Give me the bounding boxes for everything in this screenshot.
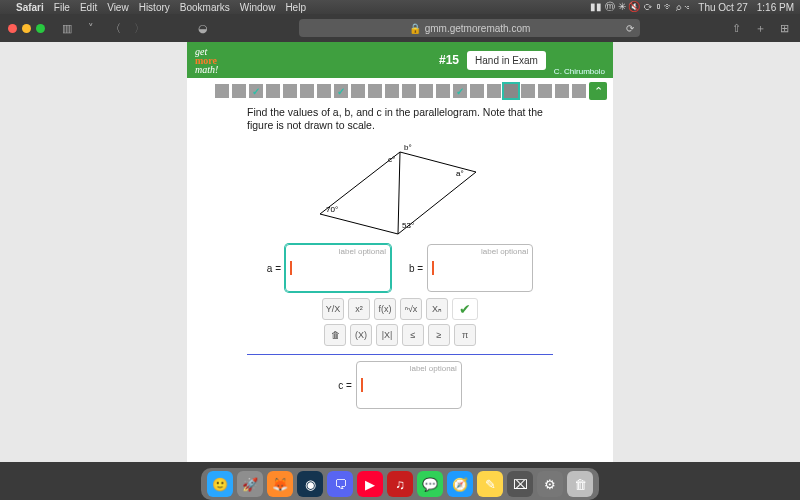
chevron-down-icon[interactable]: ˅ (83, 20, 99, 36)
progress-box-6[interactable] (300, 84, 314, 98)
progress-box-2[interactable] (232, 84, 246, 98)
app-name[interactable]: Safari (16, 2, 44, 13)
progress-box-14[interactable] (436, 84, 450, 98)
progress-box-9[interactable] (351, 84, 365, 98)
b-input[interactable]: label optional (427, 244, 533, 292)
address-bar[interactable]: 🔒 gmm.getmoremath.com ⟳ (299, 19, 640, 37)
dock-area: 🙂🚀🦊◉🗨▶♫💬🧭✎⌧⚙🗑 (0, 462, 800, 500)
angle-70: 70° (326, 205, 338, 214)
dock-settings[interactable]: ⚙ (537, 471, 563, 497)
answer-row-2: c = label optional (187, 361, 613, 409)
tool-abs[interactable]: |X| (376, 324, 398, 346)
dock-firefox[interactable]: 🦊 (267, 471, 293, 497)
progress-box-21[interactable] (555, 84, 569, 98)
close-icon[interactable] (8, 24, 17, 33)
c-label: c = (338, 380, 352, 391)
c-input[interactable]: label optional (356, 361, 462, 409)
check-button[interactable]: ✔ (452, 298, 478, 320)
dock-launchpad[interactable]: 🚀 (237, 471, 263, 497)
dock-youtube-music[interactable]: ♫ (387, 471, 413, 497)
progress-box-3[interactable] (249, 84, 263, 98)
dock-notes[interactable]: ✎ (477, 471, 503, 497)
menubar-date: Thu Oct 27 (698, 2, 747, 13)
tool-root[interactable]: ⁿ√x (400, 298, 422, 320)
tool-trash[interactable]: 🗑 (324, 324, 346, 346)
angle-a: a° (456, 169, 464, 178)
progress-box-12[interactable] (402, 84, 416, 98)
a-input[interactable]: label optional (285, 244, 391, 292)
dock-messages[interactable]: 💬 (417, 471, 443, 497)
browser-toolbar: ▥ ˅ 〈 〉 ◒ 🔒 gmm.getmoremath.com ⟳ ⇧ ＋ ⊞ (0, 14, 800, 42)
progress-box-20[interactable] (538, 84, 552, 98)
tool-subscript[interactable]: Xₙ (426, 298, 448, 320)
tool-le[interactable]: ≤ (402, 324, 424, 346)
tool-exponent[interactable]: x² (348, 298, 370, 320)
answer-row-1: a = label optional b = label optional (187, 244, 613, 292)
menu-help[interactable]: Help (285, 2, 306, 13)
progress-box-16[interactable] (470, 84, 484, 98)
menu-edit[interactable]: Edit (80, 2, 97, 13)
user-name: C. Chirumbolo (554, 67, 605, 76)
angle-b: b° (404, 143, 412, 152)
tabs-icon[interactable]: ⊞ (776, 20, 792, 36)
scroll-up-icon[interactable]: ⌃ (589, 82, 607, 100)
tool-pi[interactable]: π (454, 324, 476, 346)
progress-box-1[interactable] (215, 84, 229, 98)
menu-view[interactable]: View (107, 2, 129, 13)
a-label: a = (267, 263, 281, 274)
app-card: get more math! #15 Hand in Exam C. Chiru… (187, 42, 613, 462)
share-icon[interactable]: ⇧ (728, 20, 744, 36)
dock-discord[interactable]: 🗨 (327, 471, 353, 497)
figure: 70° 53° a° b° c° (187, 132, 613, 242)
dock-screenshot[interactable]: ⌧ (507, 471, 533, 497)
tool-fraction[interactable]: Y/X (322, 298, 344, 320)
progress-box-5[interactable] (283, 84, 297, 98)
progress-box-22[interactable] (572, 84, 586, 98)
dock-steam[interactable]: ◉ (297, 471, 323, 497)
menu-file[interactable]: File (54, 2, 70, 13)
menu-bookmarks[interactable]: Bookmarks (180, 2, 230, 13)
text-cursor (290, 261, 292, 275)
question-text: Find the values of a, b, and c in the pa… (187, 104, 613, 132)
window-controls[interactable] (8, 24, 45, 33)
tool-function[interactable]: f(x) (374, 298, 396, 320)
status-icons: ▮▮ ⓜ ✳ 🔇 ⟳ ▯ ᯤ ⌕ ⌥ (590, 0, 689, 14)
progress-box-13[interactable] (419, 84, 433, 98)
progress-box-4[interactable] (266, 84, 280, 98)
menu-window[interactable]: Window (240, 2, 276, 13)
progress-box-11[interactable] (385, 84, 399, 98)
minimize-icon[interactable] (22, 24, 31, 33)
tool-row-1: Y/X x² f(x) ⁿ√x Xₙ ✔ (187, 298, 613, 320)
progress-box-18[interactable] (504, 84, 518, 98)
b-label: b = (409, 263, 423, 274)
progress-box-15[interactable] (453, 84, 467, 98)
tool-ge[interactable]: ≥ (428, 324, 450, 346)
progress-box-7[interactable] (317, 84, 331, 98)
page: get more math! #15 Hand in Exam C. Chiru… (0, 42, 800, 462)
forward-icon[interactable]: 〉 (131, 20, 147, 36)
shield-icon[interactable]: ◒ (195, 20, 211, 36)
dock: 🙂🚀🦊◉🗨▶♫💬🧭✎⌧⚙🗑 (201, 468, 599, 500)
progress-box-19[interactable] (521, 84, 535, 98)
dock-safari[interactable]: 🧭 (447, 471, 473, 497)
url-text: gmm.getmoremath.com (425, 23, 531, 34)
hand-in-exam-button[interactable]: Hand in Exam (467, 51, 546, 70)
new-tab-icon[interactable]: ＋ (752, 20, 768, 36)
dock-youtube[interactable]: ▶ (357, 471, 383, 497)
progress-box-10[interactable] (368, 84, 382, 98)
zoom-icon[interactable] (36, 24, 45, 33)
reload-icon[interactable]: ⟳ (626, 23, 634, 34)
lock-icon: 🔒 (409, 23, 421, 34)
menu-history[interactable]: History (139, 2, 170, 13)
dock-finder[interactable]: 🙂 (207, 471, 233, 497)
sidebar-icon[interactable]: ▥ (59, 20, 75, 36)
question-number: #15 (439, 53, 459, 67)
separator (247, 354, 553, 355)
tool-paren[interactable]: (X) (350, 324, 372, 346)
dock-trash[interactable]: 🗑 (567, 471, 593, 497)
svg-line-1 (398, 152, 400, 234)
progress-box-17[interactable] (487, 84, 501, 98)
menubar-time: 1:16 PM (757, 2, 794, 13)
back-icon[interactable]: 〈 (107, 20, 123, 36)
progress-box-8[interactable] (334, 84, 348, 98)
